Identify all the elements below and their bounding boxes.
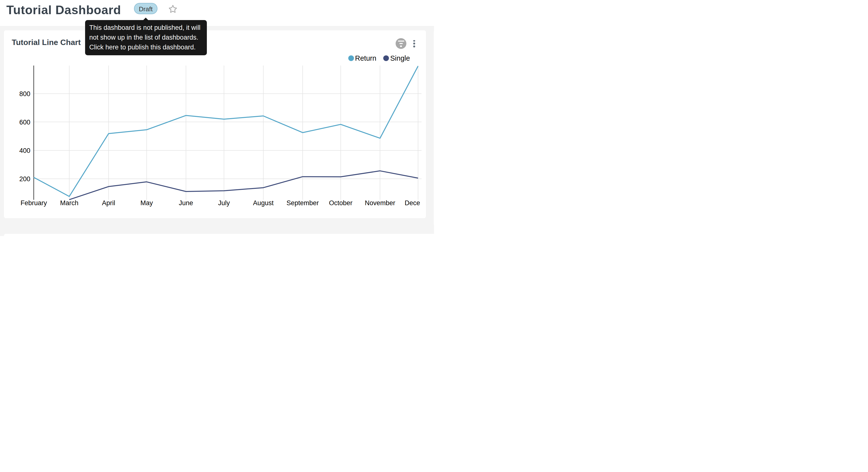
svg-text:Return: Return [355,54,376,62]
svg-text:Dece: Dece [405,199,420,207]
svg-text:February: February [21,199,47,207]
svg-text:400: 400 [19,147,30,154]
svg-text:Single: Single [390,54,410,62]
svg-text:200: 200 [19,175,30,183]
svg-text:April: April [102,199,115,207]
svg-text:800: 800 [19,90,30,97]
svg-text:October: October [329,199,352,207]
svg-text:May: May [141,199,153,207]
svg-text:600: 600 [19,119,30,126]
svg-text:March: March [60,199,79,207]
svg-text:July: July [218,199,230,207]
svg-text:June: June [179,199,193,207]
svg-text:November: November [365,199,395,207]
svg-text:September: September [286,199,319,207]
svg-text:August: August [253,199,274,207]
